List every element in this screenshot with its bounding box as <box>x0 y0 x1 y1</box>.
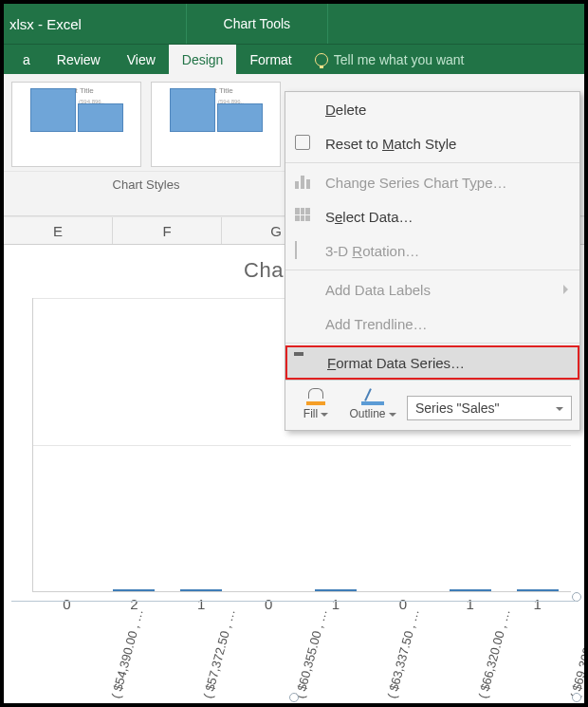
selection-handle-icon[interactable] <box>572 693 581 702</box>
cube-icon <box>295 242 314 259</box>
bar[interactable]: 1 <box>315 589 357 591</box>
tab-design[interactable]: Design <box>169 45 237 74</box>
app-frame: xlsx - Excel Chart Tools a Review View D… <box>0 0 588 707</box>
tab-review[interactable]: Review <box>44 45 114 74</box>
ctx-delete[interactable]: Delete <box>285 92 579 126</box>
ctx-add-trendline: Add Trendline… <box>285 307 579 341</box>
chevron-down-icon <box>321 413 328 417</box>
ctx-3d-rotation: 3-D Rotation… <box>285 233 579 268</box>
bar-slot: 1 <box>303 589 370 591</box>
x-tick-label: ( $57,372.50 , … <box>158 596 238 699</box>
chevron-down-icon <box>556 407 563 411</box>
pen-outline-icon <box>361 388 384 405</box>
ctx-add-data-labels: Add Data Labels <box>285 272 579 307</box>
bar-slot: 1 <box>504 589 571 591</box>
selection-frame <box>11 601 577 602</box>
context-menu: Delete Reset to Match Style Change Serie… <box>285 91 580 431</box>
ctx-format-data-series[interactable]: Format Data Series… <box>285 345 579 380</box>
bar[interactable]: 1 <box>517 589 559 591</box>
bar[interactable]: 2 <box>113 589 155 591</box>
chevron-down-icon <box>389 413 396 417</box>
submenu-arrow-icon <box>563 285 568 294</box>
ctx-select-data[interactable]: Select Data… <box>285 199 579 233</box>
chart-tools-label: Chart Tools <box>186 4 328 44</box>
tab-view[interactable]: View <box>114 45 169 74</box>
style-thumb-2[interactable]: Chart Title (548,859.. (594,896.. <box>151 82 281 167</box>
ctx-reset-style[interactable]: Reset to Match Style <box>285 126 579 160</box>
paint-bucket-icon <box>304 388 327 405</box>
bulb-icon <box>315 53 328 66</box>
chart-type-icon <box>295 174 314 191</box>
reset-icon <box>295 135 314 152</box>
mini-toolbar: Fill Outline Series "Sales" <box>285 380 579 430</box>
style-thumb-1[interactable]: Chart Title (548,859.. (594,896.. <box>11 82 141 167</box>
select-data-icon <box>295 208 314 225</box>
filename: xlsx - Excel <box>9 16 82 32</box>
bar-slot: 1 <box>436 589 504 591</box>
bar-slot: 2 <box>101 589 168 591</box>
x-axis-labels: ( $54,390.00 , …( $57,372.50 , …( $60,35… <box>32 641 571 698</box>
ribbon-tabs: a Review View Design Format Tell me what… <box>4 44 584 74</box>
bar[interactable]: 1 <box>450 589 491 591</box>
chart-styles-gallery[interactable]: Chart Title (548,859.. (594,896.. Chart … <box>4 74 288 167</box>
tell-me-text: Tell me what you want <box>334 52 465 67</box>
x-tick-label: ( $66,320.00 , … <box>433 596 513 699</box>
tab-format[interactable]: Format <box>236 45 304 74</box>
format-series-icon <box>297 354 316 371</box>
bar-slot: 1 <box>168 589 235 591</box>
ctx-change-chart-type: Change Series Chart Type… <box>285 165 579 199</box>
col-F[interactable]: F <box>113 217 222 244</box>
group-label-chart-styles: Chart Styles <box>4 171 288 197</box>
bar[interactable]: 1 <box>180 589 222 591</box>
col-E[interactable]: E <box>4 217 113 244</box>
tab-partial[interactable]: a <box>9 45 44 74</box>
tell-me-search[interactable]: Tell me what you want <box>305 45 474 74</box>
selection-handle-icon[interactable] <box>289 693 299 702</box>
mini-outline-button[interactable]: Outline <box>350 388 395 420</box>
titlebar: xlsx - Excel Chart Tools <box>4 4 584 44</box>
mini-fill-button[interactable]: Fill <box>293 388 339 420</box>
series-selector[interactable]: Series "Sales" <box>407 396 572 420</box>
